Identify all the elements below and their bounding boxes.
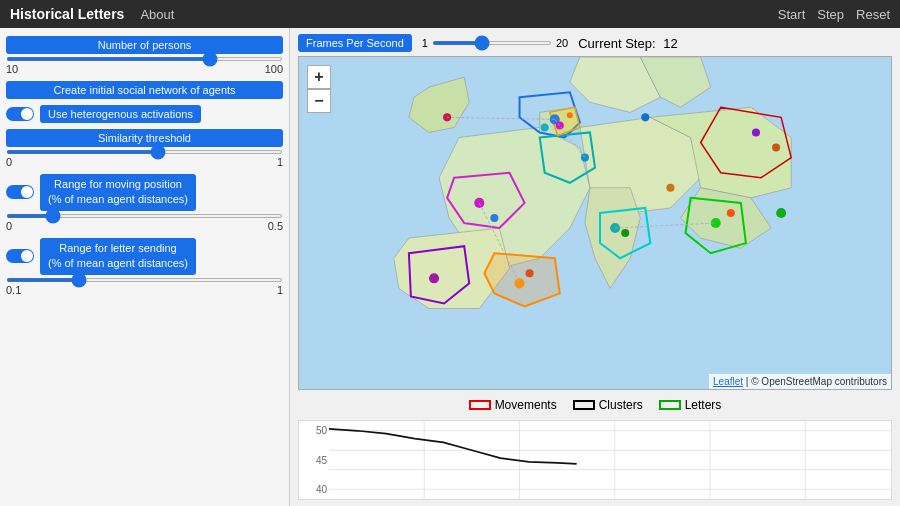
num-persons-min: 10 [6,63,18,75]
left-panel: Number of persons 10 100 Create initial … [0,28,290,506]
range-moving-max: 0.5 [268,220,283,232]
range-moving-min: 0 [6,220,12,232]
range-letter-section: Range for letter sending(% of mean agent… [6,238,283,296]
similarity-slider-row: 0 1 [6,150,283,168]
range-letter-labels: 0.1 1 [6,284,283,296]
chart-y-40: 40 [301,484,327,495]
header-nav: Start Step Reset [778,7,890,22]
svg-point-3 [541,123,549,131]
svg-point-14 [772,144,780,152]
step-button[interactable]: Step [817,7,844,22]
fps-label: Frames Per Second [298,34,412,52]
range-moving-button[interactable]: Range for moving position(% of mean agen… [40,174,196,211]
num-persons-max: 100 [265,63,283,75]
svg-point-12 [727,209,735,217]
fps-max: 20 [556,37,568,49]
svg-point-15 [429,273,439,283]
range-letter-toggle-row: Range for letter sending(% of mean agent… [6,238,283,275]
similarity-min: 0 [6,156,12,168]
range-letter-min: 0.1 [6,284,21,296]
range-moving-labels: 0 0.5 [6,220,283,232]
similarity-slider[interactable] [6,150,283,154]
header-left: Historical Letters About [10,6,174,22]
range-moving-toggle-row: Range for moving position(% of mean agen… [6,174,283,211]
leaflet-link[interactable]: Leaflet [713,376,743,387]
range-moving-slider[interactable] [6,214,283,218]
zoom-in-button[interactable]: + [307,65,331,89]
map-container: + − Leaflet | © OpenStreetMap contributo… [298,56,892,390]
legend-letters: Letters [659,398,722,412]
letters-legend-box [659,400,681,410]
svg-point-10 [621,229,629,237]
range-letter-button[interactable]: Range for letter sending(% of mean agent… [40,238,196,275]
current-step-value: 12 [663,36,677,51]
fps-slider[interactable] [432,41,552,45]
legend-movements: Movements [469,398,557,412]
range-letter-max: 1 [277,284,283,296]
svg-point-4 [567,112,573,118]
svg-point-5 [474,198,484,208]
svg-point-18 [776,208,786,218]
heterogenous-toggle[interactable] [6,107,34,121]
fps-min: 1 [422,37,428,49]
similarity-section: Similarity threshold 0 1 [6,129,283,168]
range-letter-toggle[interactable] [6,249,34,263]
right-panel: Frames Per Second 1 20 Current Step: 12 [290,28,900,506]
create-network-section: Create initial social network of agents [6,81,283,99]
reset-button[interactable]: Reset [856,7,890,22]
svg-point-13 [752,128,760,136]
create-network-button[interactable]: Create initial social network of agents [6,81,283,99]
num-persons-slider-row: 10 100 [6,57,283,75]
svg-point-20 [443,113,451,121]
letters-label: Letters [685,398,722,412]
movements-label: Movements [495,398,557,412]
similarity-labels: 0 1 [6,156,283,168]
svg-point-16 [641,113,649,121]
range-moving-section: Range for moving position(% of mean agen… [6,174,283,232]
num-persons-slider[interactable] [6,57,283,61]
main-layout: Number of persons 10 100 Create initial … [0,28,900,506]
current-step-display: Current Step: 12 [578,36,677,51]
svg-point-7 [515,278,525,288]
about-link[interactable]: About [140,7,174,22]
similarity-max: 1 [277,156,283,168]
app-title: Historical Letters [10,6,124,22]
legend: Movements Clusters Letters [298,394,892,416]
chart-y-45: 45 [301,455,327,466]
heterogenous-toggle-row: Use heterogenous activations [6,105,283,123]
svg-point-8 [526,269,534,277]
top-controls: Frames Per Second 1 20 Current Step: 12 [298,34,892,52]
legend-clusters: Clusters [573,398,643,412]
movements-legend-box [469,400,491,410]
range-moving-slider-row: 0 0.5 [6,214,283,232]
range-letter-slider[interactable] [6,278,283,282]
zoom-controls: + − [307,65,331,113]
zoom-out-button[interactable]: − [307,89,331,113]
osm-text: | © OpenStreetMap contributors [746,376,887,387]
chart-y-50: 50 [301,425,327,436]
chart-y-labels: 50 45 40 [299,421,329,499]
chart-svg [329,421,891,499]
map-attribution: Leaflet | © OpenStreetMap contributors [709,374,891,389]
clusters-label: Clusters [599,398,643,412]
range-letter-slider-row: 0.1 1 [6,278,283,296]
num-persons-labels: 10 100 [6,63,283,75]
range-moving-toggle[interactable] [6,185,34,199]
heterogenous-button[interactable]: Use heterogenous activations [40,105,201,123]
clusters-legend-box [573,400,595,410]
fps-slider-wrap: 1 20 [422,37,568,49]
num-persons-section: Number of persons 10 100 [6,36,283,75]
app-header: Historical Letters About Start Step Rese… [0,0,900,28]
map-svg [299,57,891,389]
start-button[interactable]: Start [778,7,805,22]
chart-container: 50 45 40 [298,420,892,500]
svg-point-6 [490,214,498,222]
current-step-label: Current Step: [578,36,655,51]
svg-point-17 [666,184,674,192]
